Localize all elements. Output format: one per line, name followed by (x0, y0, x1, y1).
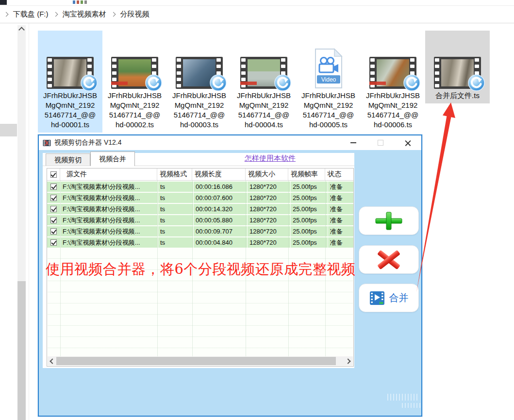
select-all-checkbox[interactable] (50, 171, 57, 178)
cell-format: ts (158, 215, 193, 225)
ribbon-icon (81, 0, 83, 4)
row-checkbox-cell (47, 193, 60, 203)
cell-fps: 25.00fps (291, 204, 328, 214)
minimize-button[interactable] (340, 135, 367, 150)
x-icon (378, 250, 400, 270)
chevron-right-icon[interactable] (4, 12, 9, 17)
cell-fps: 25.00fps (291, 215, 328, 225)
film-holes (177, 58, 182, 87)
file-item[interactable]: JFrhRbUkrJHSBMgQmNt_219251467714_@@hd-00… (167, 31, 232, 133)
film-strip-icon (369, 57, 416, 89)
table-row[interactable]: F:\淘宝视频素材\分段视频... ts 00:00:16.086 1280*7… (47, 182, 353, 192)
cell-format: ts (158, 226, 193, 236)
cell-source: F:\淘宝视频素材\分段视频... (61, 237, 158, 248)
file-icon-wrap (176, 31, 223, 89)
close-button[interactable] (394, 135, 421, 150)
film-strip-icon (240, 57, 287, 89)
tree-item-stub[interactable] (0, 124, 17, 136)
add-button[interactable] (359, 206, 419, 235)
cell-status: 准备 (328, 226, 353, 236)
film-holes (48, 58, 53, 87)
cell-source: F:\淘宝视频素材\分段视频... (61, 182, 158, 192)
file-item[interactable]: JFrhRbUkrJHSBMgQmNt_219251467714_@@hd-00… (232, 31, 296, 133)
nav-scrollbar[interactable] (17, 25, 26, 420)
cell-duration: 00:00:05.880 (194, 215, 247, 225)
shortcut-play-badge (468, 74, 485, 91)
merge-button[interactable]: 合并 (359, 284, 419, 312)
window-controls (340, 135, 421, 150)
file-label: JFrhRbUkrJHSBMgQmNt_219251467714_@@hd-00… (366, 91, 420, 130)
help-link[interactable]: 怎样使用本软件 (245, 154, 296, 163)
film-holes (435, 58, 440, 87)
row-checkbox-cell (47, 237, 60, 248)
ribbon-icon (84, 0, 87, 4)
file-item[interactable]: JFrhRbUkrJHSBMgQmNt_219251467714_@@hd-00… (361, 31, 425, 133)
column-header-format[interactable]: 视频格式 (157, 168, 192, 180)
delete-button[interactable] (359, 245, 419, 274)
shortcut-play-badge (403, 74, 420, 91)
row-checkbox[interactable] (50, 228, 57, 235)
maximize-icon (378, 140, 383, 146)
table-row[interactable]: F:\淘宝视频素材\分段视频... ts 00:00:09.707 1280*7… (47, 226, 353, 236)
table-row[interactable]: F:\淘宝视频素材\分段视频... ts 00:00:07.600 1280*7… (47, 193, 353, 203)
file-item[interactable]: Video JFrhRbUkrJHSBMgQmNt_219251467714_@… (296, 31, 361, 133)
column-header-fps[interactable]: 视频帧率 (288, 168, 325, 180)
breadcrumb-item-drive[interactable]: 下载盘 (F:) (13, 10, 49, 19)
table-row[interactable]: F:\淘宝视频素材\分段视频... ts 00:00:14.320 1280*7… (47, 204, 353, 214)
cell-fps: 25.00fps (291, 193, 328, 203)
scroll-up-button[interactable] (17, 25, 26, 33)
file-item[interactable]: 合并后文件.ts (425, 31, 490, 103)
row-checkbox[interactable] (50, 195, 57, 201)
file-item[interactable]: JFrhRbUkrJHSBMgQmNt_219251467714_@@hd-00… (38, 31, 102, 133)
column-header-source[interactable]: 源文件 (60, 168, 157, 180)
cell-duration: 00:00:14.320 (194, 204, 247, 214)
row-checkbox[interactable] (50, 217, 57, 223)
file-label: JFrhRbUkrJHSBMgQmNt_219251467714_@@hd-00… (237, 91, 291, 130)
select-all-cell (47, 168, 60, 180)
dialog-title: 视频剪切合并器 V12.4 (54, 138, 121, 147)
table-row[interactable]: F:\淘宝视频素材\分段视频... ts 00:00:05.880 1280*7… (47, 215, 353, 225)
ribbon-strip (0, 0, 514, 6)
maximize-button[interactable] (367, 135, 394, 150)
chevron-left-icon (50, 358, 55, 364)
scrollbar-thumb[interactable] (56, 357, 336, 365)
file-grid: JFrhRbUkrJHSBMgQmNt_219251467714_@@hd-00… (38, 31, 490, 133)
file-label: JFrhRbUkrJHSBMgQmNt_219251467714_@@hd-00… (301, 91, 355, 130)
cell-source: F:\淘宝视频素材\分段视频... (61, 193, 158, 203)
row-checkbox[interactable] (50, 184, 57, 190)
shortcut-play-badge (145, 74, 162, 91)
cell-duration: 00:00:09.707 (194, 226, 247, 236)
dialog-titlebar[interactable]: 视频剪切合并器 V12.4 (39, 135, 421, 150)
breadcrumb-item-folder[interactable]: 淘宝视频素材 (63, 10, 106, 19)
scrollbar-thumb[interactable] (17, 281, 26, 420)
close-icon (405, 140, 411, 146)
tab-video-cut[interactable]: 视频剪切 (46, 153, 90, 166)
annotation-text: 使用视频合并器，将6个分段视频还原成完整视频 (46, 260, 355, 279)
row-checkbox[interactable] (50, 206, 57, 212)
chevron-right-icon (111, 12, 116, 17)
breadcrumb-item-subfolder[interactable]: 分段视频 (120, 10, 149, 19)
column-header-status[interactable]: 状态 (325, 168, 353, 180)
tab-video-merge[interactable]: 视频合并 (90, 151, 135, 166)
scroll-right-button[interactable] (345, 356, 353, 366)
merge-button-label: 合并 (389, 291, 409, 304)
file-icon-wrap (111, 31, 158, 89)
scroll-left-button[interactable] (48, 356, 56, 366)
file-item[interactable]: JFrhRbUkrJHSBMgQmNt_219251467714_@@hd-00… (102, 31, 167, 133)
cell-duration: 00:00:07.600 (194, 193, 247, 203)
file-label: 合并后文件.ts (435, 91, 480, 101)
row-checkbox-cell (47, 182, 60, 192)
breadcrumb: 下载盘 (F:) 淘宝视频素材 分段视频 (0, 6, 514, 23)
table-row[interactable]: F:\淘宝视频素材\分段视频... ts 00:00:04.840 1280*7… (47, 237, 353, 248)
ribbon-icon (77, 0, 79, 4)
column-header-size[interactable]: 视频大小 (246, 168, 288, 180)
minimize-icon (350, 142, 356, 143)
cell-status: 准备 (328, 215, 353, 225)
column-header-duration[interactable]: 视频长度 (192, 168, 246, 180)
app-icon (43, 139, 51, 147)
file-icon-wrap (369, 31, 416, 89)
horizontal-scrollbar[interactable] (48, 356, 353, 366)
row-checkbox[interactable] (50, 239, 57, 246)
cell-duration: 00:00:04.840 (194, 237, 247, 248)
row-checkbox-cell (47, 204, 60, 214)
